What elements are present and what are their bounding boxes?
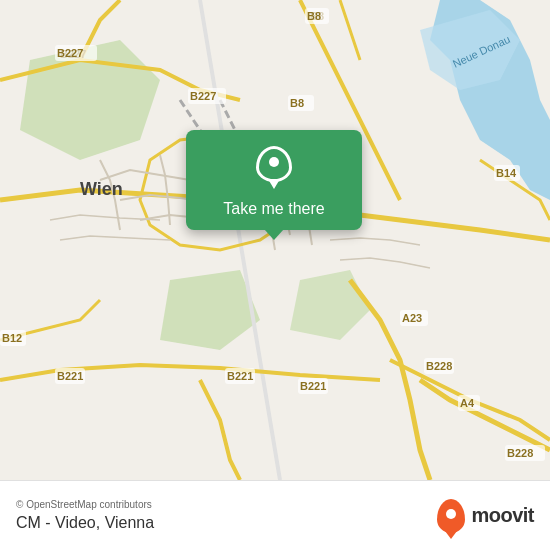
bottom-bar: © OpenStreetMap contributors CM - Video,… bbox=[0, 480, 550, 550]
popup-card[interactable]: Take me there bbox=[186, 130, 362, 230]
location-pin-icon bbox=[256, 146, 292, 190]
svg-text:B8: B8 bbox=[307, 10, 321, 22]
svg-text:B8: B8 bbox=[290, 97, 304, 109]
svg-text:B227: B227 bbox=[190, 90, 216, 102]
map-background: Wien B227 B227 B8 B8 B8 Neue Donau B14 A… bbox=[0, 0, 550, 480]
svg-text:B228: B228 bbox=[426, 360, 452, 372]
moovit-brand-text: moovit bbox=[471, 504, 534, 527]
take-me-there-button[interactable]: Take me there bbox=[223, 200, 324, 218]
svg-text:B221: B221 bbox=[57, 370, 83, 382]
svg-text:B228: B228 bbox=[507, 447, 533, 459]
svg-text:A4: A4 bbox=[460, 397, 475, 409]
moovit-pin-dot bbox=[446, 509, 456, 519]
svg-text:B221: B221 bbox=[227, 370, 253, 382]
map-attribution: © OpenStreetMap contributors bbox=[16, 499, 154, 510]
svg-text:B227: B227 bbox=[57, 47, 83, 59]
svg-text:B12: B12 bbox=[2, 332, 22, 344]
location-title: CM - Video, Vienna bbox=[16, 514, 154, 532]
moovit-logo: moovit bbox=[437, 499, 534, 533]
map-container: Wien B227 B227 B8 B8 B8 Neue Donau B14 A… bbox=[0, 0, 550, 480]
svg-text:A23: A23 bbox=[402, 312, 422, 324]
svg-text:B14: B14 bbox=[496, 167, 517, 179]
bottom-info: © OpenStreetMap contributors CM - Video,… bbox=[16, 499, 154, 532]
svg-text:B221: B221 bbox=[300, 380, 326, 392]
svg-text:Wien: Wien bbox=[80, 179, 123, 199]
moovit-pin-icon bbox=[437, 499, 465, 533]
